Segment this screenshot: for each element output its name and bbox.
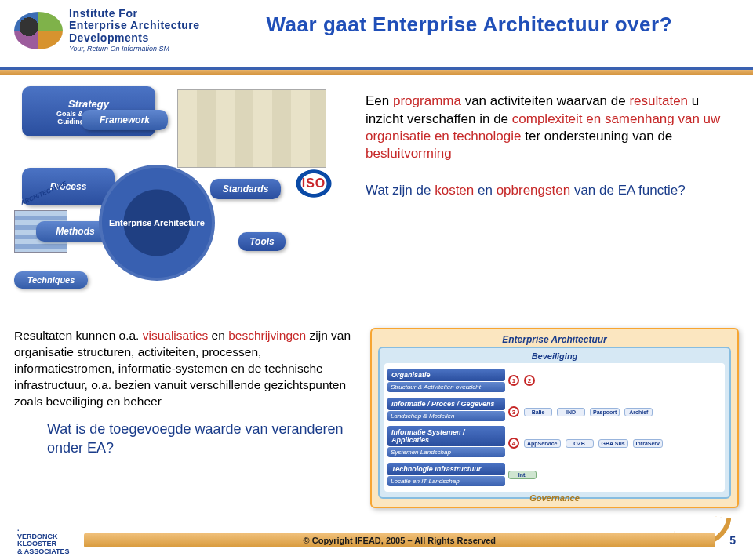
paragraph-2: Wat zijn de kosten en opbrengsten van de… [366,182,733,199]
ea-center-label: Enterprise Architecture [109,218,205,227]
res-a: Resultaten kunnen o.a. [14,329,143,342]
vka-line3: & ASSOCIATES [17,547,70,555]
row-org: Organisatie Structuur & Activiteiten ove… [387,369,505,392]
inner-white: Organisatie Structuur & Activiteiten ove… [384,363,725,492]
framework-label: Framework [100,115,150,125]
p1-g: ter ondersteuning van de [521,129,672,144]
res-b-red: visualisaties [143,329,209,342]
p2-c: en [474,183,496,198]
page-number: 5 [729,534,736,547]
right-cells: 1 2 3 Balie IND Paspoort Archief 4 A [508,366,722,489]
institute-logo-icon [14,12,63,49]
badge-4: 4 [508,438,519,449]
vka-logo: . VERDONCK KLOOSTER & ASSOCIATES [17,525,70,555]
institute-text: Institute For Enterprise Architecture De… [69,8,200,53]
description-text: Een programma van activiteiten waarvan d… [359,75,753,322]
row-tech: Technologie Infrastructuur Locatie en IT… [387,463,505,486]
p1-b-red: programma [393,93,461,108]
standards-label: Standards [223,184,269,195]
ea-process-diagram: Strategy Goals & Objectives Guiding Prin… [14,86,351,322]
value-question: Wat is de toegevoegde waarde van verande… [14,420,359,458]
upper-content: Strategy Goals & Objectives Guiding Prin… [0,75,753,322]
p1-c: van activiteiten waarvan de [461,93,630,108]
ea-frame-title: Enterprise Architectuur [378,334,731,345]
box-paspoort: Paspoort [590,408,620,416]
cell-row-3: 4 AppService OZB GBA Sus IntraServ [508,434,722,453]
institute-logo-block: Institute For Enterprise Architecture De… [14,8,200,53]
ea-frame: Enterprise Architectuur Beveiliging Orga… [370,328,739,508]
sys-sublabel: Systemen Landschap [387,447,505,457]
tools-label: Tools [249,236,275,247]
info-sublabel: Landschap & Modellen [387,411,505,421]
paragraph-1: Een programma van activiteiten waarvan d… [366,93,733,163]
badge-3: 3 [508,406,519,417]
p1-h-red: besluitvorming [366,146,452,161]
standards-box: Standards [210,179,281,199]
p2-d-red: opbrengsten [497,183,571,198]
framework-matrix-icon [177,89,326,168]
res-d-red: beschrijvingen [228,329,306,342]
techniques-box: Techniques [14,271,88,289]
box-archief: Archief [624,408,653,416]
framework-box: Framework [82,110,168,130]
row-labels: Organisatie Structuur & Activiteiten ove… [387,366,505,489]
org-sublabel: Structuur & Activiteiten overzicht [387,382,505,392]
governance-label: Governance [384,493,725,503]
p1-a: Een [366,93,393,108]
badge-2: 2 [524,375,535,386]
p2-b-red: kosten [435,183,474,198]
institute-line1: Institute For [69,8,200,20]
copyright-bar: © Copyright IFEAD, 2005 – All Rights Res… [84,533,716,547]
cell-row-4: Int. [508,465,722,484]
results-paragraph: Resultaten kunnen o.a. visualisaties en … [14,328,359,410]
beveiliging-frame: Beveiliging Organisatie Structuur & Acti… [378,347,731,499]
footer: . VERDONCK KLOOSTER & ASSOCIATES © Copyr… [0,525,753,555]
org-label: Organisatie [387,369,505,381]
box-appservice: AppService [524,439,561,448]
cell-row-1: 1 2 [508,371,722,390]
box-intraserv: IntraServ [633,439,663,448]
lower-content: Resultaten kunnen o.a. visualisaties en … [0,328,753,508]
row-sys: Informatie Systemen / Applicaties System… [387,426,505,457]
iso-label: ISO [302,176,326,191]
p1-d-red: resultaten [629,93,688,108]
p2-e: van de EA functie? [570,183,686,198]
tech-sublabel: Locatie en IT Landschap [387,476,505,486]
iso-badge-icon: ISO [292,166,336,201]
institute-tagline: Your, Return On Information SM [69,45,200,53]
tools-box: Tools [238,232,286,251]
box-ozb: OZB [566,439,594,448]
row-info: Informatie / Proces / Gegevens Landschap… [387,398,505,421]
sys-label: Informatie Systemen / Applicaties [387,426,505,446]
title-wrap: Waar gaat Enterprise Architectuur over? [200,8,739,37]
tech-label: Technologie Infrastructuur [387,463,505,475]
strategy-label: Strategy [68,98,109,110]
badge-1: 1 [508,375,519,386]
box-balie: Balie [524,408,552,416]
info-label: Informatie / Proces / Gegevens [387,398,505,410]
techniques-label: Techniques [27,275,75,285]
layered-architecture-diagram: Enterprise Architectuur Beveiliging Orga… [370,328,739,508]
header: Institute For Enterprise Architecture De… [0,0,753,56]
page-title: Waar gaat Enterprise Architectuur over? [200,13,739,37]
cell-row-2: 3 Balie IND Paspoort Archief [508,402,722,421]
beveiliging-title: Beveiliging [384,351,725,361]
title-underline-bar [0,67,753,75]
box-ind: IND [557,408,585,416]
res-c: en [208,329,228,342]
methods-label: Methods [56,226,94,237]
p2-a: Wat zijn de [366,183,435,198]
ea-circle: Enterprise Architecture [99,165,215,281]
institute-line2: Enterprise Architecture [69,20,200,31]
box-gba: GBA Sus [598,439,628,448]
box-int: Int. [508,471,537,479]
results-text: Resultaten kunnen o.a. visualisaties en … [14,328,359,508]
institute-line3: Developments [69,32,200,44]
